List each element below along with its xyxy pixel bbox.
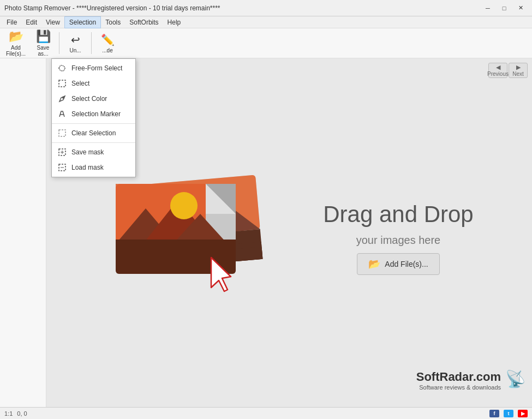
previous-button[interactable]: ◀ Previous — [488, 63, 507, 78]
close-button[interactable]: ✕ — [513, 3, 528, 14]
zoom-level: 1:1 — [4, 410, 13, 417]
menu-selection[interactable]: Selection — [64, 16, 101, 28]
menu-file[interactable]: File — [2, 16, 21, 28]
svg-rect-27 — [59, 130, 65, 136]
selection-dropdown: Free-Form Select Select Select Color Sel… — [51, 58, 136, 177]
select-item[interactable]: Select — [52, 76, 135, 91]
select-icon — [57, 79, 67, 88]
add-files-button[interactable]: 📂 AddFile(s)... — [2, 30, 29, 56]
drag-drop-title: Drag and Drop — [323, 201, 473, 228]
nav-buttons: ◀ Previous ▶ Next — [488, 63, 528, 78]
select-color-label: Select Color — [71, 95, 107, 103]
selection-marker-item[interactable]: Selection Marker — [52, 106, 135, 122]
menu-view[interactable]: View — [41, 16, 64, 28]
drag-drop-subtitle: your images here — [356, 234, 441, 247]
undo-label: Un... — [69, 47, 81, 53]
select-color-item[interactable]: Select Color — [52, 91, 135, 106]
selection-marker-icon — [57, 109, 67, 119]
svg-point-26 — [62, 97, 64, 99]
twitter-icon[interactable]: t — [504, 410, 513, 417]
selection-marker-label: Selection Marker — [71, 110, 121, 118]
next-button[interactable]: ▶ Next — [509, 63, 528, 78]
save-icon: 💾 — [36, 29, 51, 44]
softradar-name: SoftRadar.com — [416, 370, 501, 384]
window-controls: ─ □ ✕ — [481, 3, 528, 14]
softradar-antenna-icon: 📡 — [505, 369, 525, 388]
clear-selection-label: Clear Selection — [71, 129, 116, 137]
dropdown-sep-2 — [52, 142, 135, 143]
undo-button[interactable]: ↩ Un... — [62, 30, 89, 56]
menu-help[interactable]: Help — [163, 16, 186, 28]
save-label: Saveas... — [37, 45, 50, 57]
load-mask-label: Load mask — [71, 164, 104, 171]
status-right: f t ▶ — [489, 410, 528, 417]
softradar-tagline: Software reviews & downloads — [416, 384, 501, 391]
mode-icon: ✏️ — [101, 33, 115, 46]
save-as-button[interactable]: 💾 Saveas... — [29, 30, 57, 56]
minimize-button[interactable]: ─ — [481, 3, 495, 14]
prev-arrow: ◀ — [496, 64, 500, 71]
select-label: Select — [71, 80, 89, 87]
title-text: Photo Stamp Remover - ****Unregistered v… — [4, 4, 220, 12]
menu-softorbits[interactable]: SoftOrbits — [125, 16, 163, 28]
facebook-icon[interactable]: f — [489, 410, 499, 417]
mode-label: ...de — [102, 47, 112, 53]
prev-label: Previous — [487, 71, 509, 77]
next-label: Next — [512, 71, 524, 77]
clear-selection-item[interactable]: Clear Selection — [52, 125, 135, 141]
add-files-dropzone-button[interactable]: 📂 Add File(s)... — [357, 253, 439, 275]
toolbar-separator-1 — [59, 32, 59, 54]
save-mask-item[interactable]: Save mask — [52, 145, 135, 160]
menu-edit[interactable]: Edit — [21, 16, 41, 28]
menu-tools[interactable]: Tools — [101, 16, 125, 28]
save-mask-icon — [57, 147, 67, 157]
dropdown-sep-1 — [52, 123, 135, 124]
mode-button[interactable]: ✏️ ...de — [94, 30, 121, 56]
free-form-label: Free-Form Select — [71, 64, 122, 72]
add-files-icon: 📂 — [9, 29, 23, 44]
svg-point-22 — [170, 192, 198, 219]
load-mask-icon — [57, 163, 67, 172]
drop-zone: Drag and Drop your images here 📂 Add Fil… — [323, 201, 473, 275]
free-form-icon — [57, 63, 67, 73]
clear-selection-icon — [57, 128, 67, 138]
save-mask-label: Save mask — [71, 148, 104, 156]
menu-bar: File Edit View Selection Tools SoftOrbit… — [0, 16, 532, 28]
softradar-branding: SoftRadar.com Software reviews & downloa… — [416, 369, 525, 391]
undo-icon: ↩ — [71, 33, 80, 46]
title-bar: Photo Stamp Remover - ****Unregistered v… — [0, 0, 532, 16]
left-panel — [0, 58, 46, 407]
toolbar: 📂 AddFile(s)... 💾 Saveas... ↩ Un... ✏️ .… — [0, 28, 532, 58]
status-left: 1:1 0, 0 — [4, 410, 27, 417]
select-color-icon — [57, 94, 67, 104]
maximize-button[interactable]: □ — [497, 3, 511, 14]
next-arrow: ▶ — [516, 64, 521, 71]
load-mask-item[interactable]: Load mask — [52, 160, 135, 175]
position: 0, 0 — [17, 410, 27, 417]
youtube-icon[interactable]: ▶ — [518, 410, 528, 417]
add-files-label: AddFile(s)... — [6, 45, 26, 57]
free-form-select-item[interactable]: Free-Form Select — [52, 61, 135, 76]
drop-zone-container: Drag and Drop your images here 📂 Add Fil… — [105, 151, 473, 326]
status-bar: 1:1 0, 0 f t ▶ — [0, 407, 532, 419]
add-files-dropzone-label: Add File(s)... — [385, 260, 428, 268]
toolbar-separator-2 — [91, 32, 92, 54]
svg-rect-25 — [59, 80, 65, 87]
folder-icon: 📂 — [368, 258, 380, 270]
